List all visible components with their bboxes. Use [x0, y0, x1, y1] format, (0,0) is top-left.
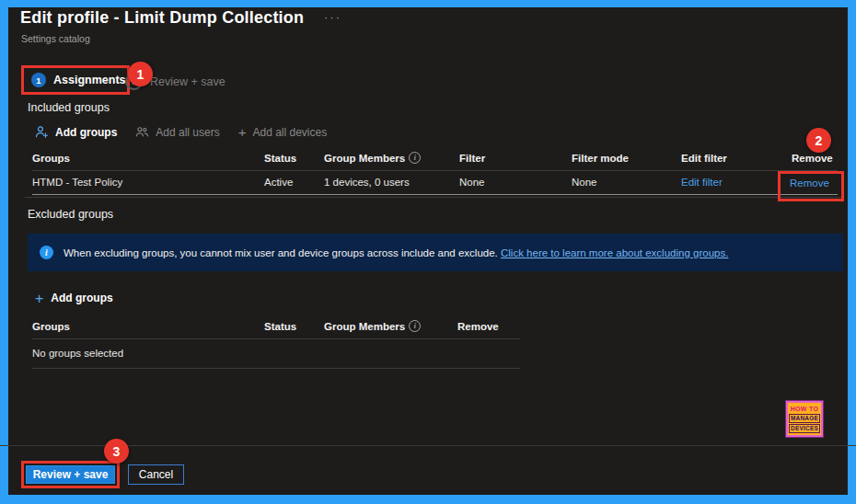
info-icon: i [40, 246, 53, 259]
page-subtitle: Settings catalog [21, 33, 90, 44]
people-icon [135, 125, 149, 139]
col-edit-filter: Edit filter [681, 153, 792, 164]
cell-group-name: HTMD - Test Policy [32, 177, 264, 188]
cell-status: Active [264, 177, 324, 188]
app-window: Edit profile - Limit Dump Collection ···… [0, 0, 856, 504]
add-all-devices-button[interactable]: + Add all devices [238, 126, 327, 139]
edit-filter-link[interactable]: Edit filter [681, 177, 792, 188]
col-filter: Filter [459, 153, 572, 164]
logo-line-2: MANAGE [789, 414, 820, 423]
empty-state-row: No groups selected [32, 339, 520, 369]
excluded-groups-heading: Excluded groups [28, 208, 113, 221]
annotation-box-assignments: 1 Assignments [21, 65, 130, 95]
excluded-groups-table: Groups Status Group Members i Remove No … [32, 320, 520, 369]
annotation-badge-1: 1 [128, 62, 153, 86]
annotation-badge-2: 2 [806, 128, 831, 153]
info-banner: i When excluding groups, you cannot mix … [28, 234, 843, 271]
included-toolbar: Add groups Add all users + Add all devic… [35, 125, 327, 139]
info-icon[interactable]: i [409, 152, 421, 164]
htmd-logo: HOW TO MANAGE DEVICES [786, 401, 823, 437]
col-remove: Remove [792, 153, 838, 164]
annotation-box-review-save: Review + save [21, 461, 120, 488]
step-1-circle: 1 [31, 73, 46, 87]
plus-icon: + [238, 127, 247, 138]
col-groups: Groups [32, 153, 264, 164]
more-options-icon[interactable]: ··· [324, 10, 341, 24]
annotation-badge-3: 3 [104, 439, 129, 464]
col-status: Status [264, 153, 324, 164]
excluded-table-header: Groups Status Group Members i Remove [32, 320, 520, 339]
included-groups-table: Groups Status Group Members i Filter Fil… [32, 152, 838, 195]
col-group-members: Group Members i [324, 320, 457, 332]
add-all-users-button[interactable]: Add all users [135, 125, 219, 139]
col-group-members: Group Members i [324, 152, 459, 164]
excluded-add-groups-button[interactable]: + Add groups [35, 292, 113, 304]
remove-link[interactable]: Remove [790, 178, 829, 189]
excluded-add-groups-label: Add groups [51, 292, 112, 304]
cancel-button[interactable]: Cancel [128, 464, 184, 485]
review-save-button[interactable]: Review + save [26, 465, 115, 484]
banner-text: When excluding groups, you cannot mix us… [64, 247, 728, 258]
col-remove: Remove [457, 321, 520, 332]
page-title: Edit profile - Limit Dump Collection [20, 8, 304, 28]
footer-divider [0, 445, 856, 446]
col-status: Status [264, 321, 324, 332]
logo-line-3: DEVICES [789, 424, 820, 433]
tab-review-save-label: Review + save [150, 75, 226, 88]
info-icon[interactable]: i [409, 320, 421, 332]
add-all-users-label: Add all users [156, 126, 219, 139]
col-filter-mode: Filter mode [572, 153, 681, 164]
col-group-members-label: Group Members [324, 321, 405, 332]
add-groups-button[interactable]: Add groups [35, 125, 117, 139]
add-groups-label: Add groups [55, 126, 117, 139]
cell-members: 1 devices, 0 users [324, 177, 459, 188]
learn-more-link[interactable]: Click here to learn more about excluding… [501, 247, 728, 258]
tab-assignments[interactable]: Assignments [53, 74, 126, 86]
table-divider [25, 197, 844, 198]
cell-filter-mode: None [572, 177, 681, 188]
add-all-devices-label: Add all devices [252, 126, 327, 139]
table-row: HTMD - Test Policy Active 1 devices, 0 u… [32, 171, 838, 195]
included-groups-heading: Included groups [28, 101, 110, 114]
cell-filter: None [459, 177, 572, 188]
included-table-header: Groups Status Group Members i Filter Fil… [32, 152, 838, 171]
banner-message: When excluding groups, you cannot mix us… [64, 247, 498, 258]
plus-icon: + [35, 292, 43, 304]
person-add-icon [35, 125, 49, 139]
col-groups: Groups [32, 321, 264, 332]
logo-line-1: HOW TO [789, 406, 820, 413]
col-group-members-label: Group Members [324, 153, 405, 164]
